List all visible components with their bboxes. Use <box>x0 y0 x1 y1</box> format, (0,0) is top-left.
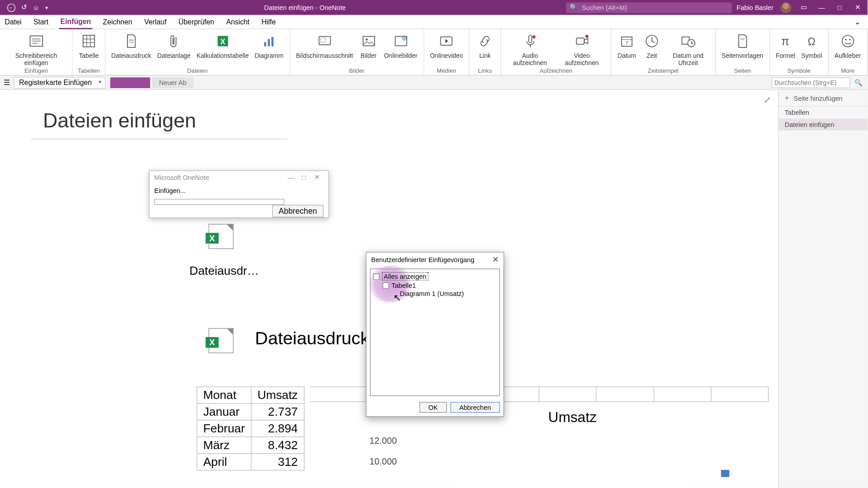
ribbon-label: Audio aufzeichnen <box>507 52 553 66</box>
tab-hilfe[interactable]: Hilfe <box>260 15 277 28</box>
ribbon-aufkleber[interactable]: Aufkleber <box>832 30 863 60</box>
maximize-icon[interactable]: □ <box>834 4 845 11</box>
maximize-icon[interactable]: □ <box>297 174 311 181</box>
table-cell: Januar <box>197 404 251 420</box>
ribbon-schreibbereich-einfügen[interactable]: Schreibbereich einfügen <box>4 30 69 67</box>
svg-rect-17 <box>321 38 326 42</box>
undo-icon[interactable]: ↺ <box>21 4 27 11</box>
checkbox[interactable] <box>382 282 389 288</box>
table-cell: April <box>197 454 251 470</box>
svg-point-26 <box>585 35 588 38</box>
ribbon-label: Formel <box>776 52 795 59</box>
minimize-icon[interactable]: — <box>816 4 827 11</box>
ribbon-group-name: Symbole <box>774 67 825 75</box>
excel-file-icon[interactable] <box>208 224 233 249</box>
svg-rect-4 <box>83 35 94 47</box>
ribbon-dateiausdruck[interactable]: Dateiausdruck <box>109 30 154 60</box>
ribbon-bilder[interactable]: Bilder <box>357 30 381 60</box>
file-label-2[interactable]: Dateiausdruck <box>255 328 369 348</box>
table-cell: 2.894 <box>251 420 304 437</box>
ribbon-icon <box>259 32 278 51</box>
excel-file-icon[interactable] <box>208 328 233 353</box>
ribbon-icon: π <box>776 32 795 51</box>
nav-toggle-icon[interactable]: ☰ <box>4 78 10 86</box>
section-tab-new[interactable]: Neuer Ab <box>152 77 193 88</box>
ribbon-kalkulationstabelle[interactable]: XKalkulationstabelle <box>194 30 251 60</box>
ribbon-label: Diagramm <box>255 52 283 59</box>
ribbon-bildschirmausschnitt[interactable]: Bildschirmausschnitt <box>294 30 356 60</box>
tab-ueberpruefen[interactable]: Überprüfen <box>177 15 215 28</box>
close-icon[interactable]: ✕ <box>492 255 499 264</box>
ribbon-label: Schreibbereich einfügen <box>6 52 66 66</box>
emoji-icon[interactable]: ☺ <box>33 4 39 11</box>
ribbon-tabelle[interactable]: Tabelle <box>76 30 101 60</box>
section-tab-active[interactable] <box>110 77 150 88</box>
ribbon-datum[interactable]: 7Datum <box>615 30 639 60</box>
page-list-item[interactable]: Dateien einfügen <box>779 118 868 130</box>
user-name[interactable]: Fabio Basler <box>736 4 773 11</box>
tab-zeichnen[interactable]: Zeichnen <box>102 15 133 28</box>
back-icon[interactable]: ← <box>7 3 15 11</box>
ribbon-symbol[interactable]: ΩSymbol <box>799 30 825 60</box>
svg-point-24 <box>532 35 535 38</box>
ribbon-zeit[interactable]: Zeit <box>640 30 664 60</box>
chart-y-axis: 12.000 10.000 <box>369 435 396 477</box>
ribbon-onlinebilder[interactable]: Onlinebilder <box>382 30 420 60</box>
svg-rect-16 <box>319 37 330 45</box>
tree-row-root[interactable]: Alles anzeigen <box>373 272 497 281</box>
minimize-icon[interactable]: — <box>284 174 297 181</box>
user-avatar[interactable] <box>781 2 792 13</box>
ribbon-video-aufzeichnen[interactable]: Video aufzeichnen <box>557 30 607 67</box>
col-header: Umsatz <box>251 387 304 404</box>
svg-rect-33 <box>741 38 745 40</box>
expand-icon[interactable]: ⤢ <box>764 95 771 104</box>
tree-label: Tabelle1 <box>392 282 416 289</box>
chart-bar <box>721 470 729 477</box>
tab-datei[interactable]: Datei <box>4 15 23 28</box>
ribbon-group-name: Medien <box>428 67 466 75</box>
tab-einfuegen[interactable]: Einfügen <box>59 14 92 29</box>
ribbon-group-name: Einfügen <box>4 67 69 75</box>
close-icon[interactable]: ✕ <box>852 4 863 11</box>
tab-verlauf[interactable]: Verlauf <box>143 15 168 28</box>
ribbon-label: Dateiausdruck <box>111 52 151 59</box>
ribbon-icon <box>164 32 183 51</box>
ribbon-formel[interactable]: πFormel <box>774 30 798 60</box>
dialog-title: Microsoft OneNote <box>154 174 284 181</box>
ribbon-seitenvorlagen[interactable]: Seitenvorlagen <box>719 30 766 60</box>
ribbon-dateianlage[interactable]: Dateianlage <box>155 30 193 60</box>
ribbon-label: Zeit <box>646 52 657 59</box>
cancel-button[interactable]: Abbrechen <box>450 402 500 413</box>
ribbon-icon: X <box>213 32 232 51</box>
search-icon[interactable]: 🔍 <box>852 79 865 86</box>
ribbon-audio-aufzeichnen[interactable]: Audio aufzeichnen <box>505 30 555 67</box>
page-title[interactable]: Dateien einfügen <box>43 109 196 132</box>
ribbon-diagramm[interactable]: Diagramm <box>252 30 286 60</box>
file-label-1[interactable]: Dateiausdr… <box>189 264 259 277</box>
ribbon-label: Datum und Uhrzeit <box>667 52 709 66</box>
tab-ansicht[interactable]: Ansicht <box>225 15 251 28</box>
ribbon-link[interactable]: Link <box>473 30 497 60</box>
close-icon[interactable]: ✕ <box>311 174 324 181</box>
ribbon-icon <box>437 32 456 51</box>
tree-row-sheet[interactable]: Tabelle1 <box>373 281 497 289</box>
tree-row-chart[interactable]: Diagramm 1 (Umsatz) <box>373 290 497 298</box>
tab-start[interactable]: Start <box>32 15 50 28</box>
ok-button[interactable]: OK <box>420 402 447 413</box>
svg-text:π: π <box>782 35 789 47</box>
page-canvas[interactable]: ⤢ Dateien einfügen Dateiausdr… Dateiausd… <box>0 90 778 488</box>
ribbon-datum-und-uhrzeit[interactable]: Datum und Uhrzeit <box>665 30 712 67</box>
notebook-dropdown[interactable]: Registerkarte Einfügen <box>14 76 105 88</box>
add-page-button[interactable]: ＋ Seite hinzufügen <box>779 90 868 107</box>
tree-label: Alles anzeigen <box>382 272 428 280</box>
ribbon-onlinevideo[interactable]: Onlinevideo <box>428 30 466 60</box>
svg-text:X: X <box>220 38 225 46</box>
checkbox[interactable] <box>373 273 379 279</box>
ribbon-label: Aufkleber <box>835 52 861 59</box>
section-search-input[interactable] <box>771 77 850 88</box>
page-list-item[interactable]: Tabellen <box>779 107 868 118</box>
search-box[interactable]: 🔍 Suchen (Alt+M) <box>566 2 731 13</box>
ribbon-mode-icon[interactable]: ▭ <box>798 4 809 11</box>
collapse-ribbon-icon[interactable]: ⌄ <box>853 15 861 28</box>
cancel-button[interactable]: Abbrechen <box>272 205 324 218</box>
